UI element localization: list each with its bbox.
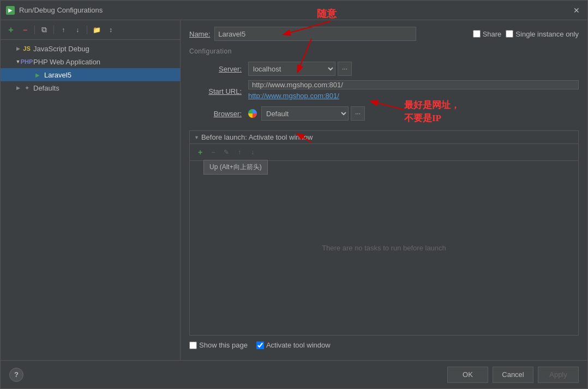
- tree-item-defaults[interactable]: ▶ ✦ Defaults: [1, 81, 180, 94]
- browser-select[interactable]: Default: [261, 106, 349, 121]
- server-ellipsis-button[interactable]: ···: [338, 62, 352, 76]
- before-launch-down-button[interactable]: ↓: [247, 146, 259, 158]
- activate-tool-wrapper: Activate tool window: [256, 341, 331, 349]
- ok-button[interactable]: OK: [447, 367, 488, 383]
- expand-defaults[interactable]: ▶: [14, 83, 22, 92]
- config-grid: Server: localhost ··· Start URL: http://…: [189, 62, 579, 121]
- folder-button[interactable]: 📁: [91, 24, 103, 36]
- server-field-row: localhost ···: [248, 62, 579, 76]
- before-launch-edit-button[interactable]: ✎: [220, 146, 232, 158]
- top-bar-right: Share Single instance only: [473, 30, 579, 38]
- cancel-button[interactable]: Cancel: [493, 367, 533, 383]
- laravel5-icon: ▶: [33, 70, 42, 79]
- activate-tool-label: Activate tool window: [266, 341, 331, 349]
- laravel5-label: Laravel5: [44, 71, 71, 79]
- start-url-label: Start URL:: [189, 87, 244, 95]
- dialog-footer: ? OK Cancel Apply: [1, 360, 587, 388]
- share-checkbox-wrapper: Share: [473, 30, 502, 38]
- start-url-column: http://www.mgshop.com:801/: [248, 80, 579, 102]
- title-bar: ▶ Run/Debug Configurations ✕: [1, 1, 587, 20]
- js-debug-label: JavaScript Debug: [33, 45, 89, 53]
- name-input[interactable]: [214, 27, 416, 41]
- name-label: Name:: [189, 30, 210, 38]
- php-web-label: PHP Web Application: [33, 58, 100, 66]
- browser-label: Browser:: [189, 110, 244, 118]
- main-content: + − ⧉ ↑ ↓ 📁 ↕ ▶ JS JavaScript Debug: [1, 20, 587, 360]
- apply-button[interactable]: Apply: [538, 367, 579, 383]
- copy-config-button[interactable]: ⧉: [38, 24, 50, 36]
- tree-item-js-debug[interactable]: ▶ JS JavaScript Debug: [1, 42, 180, 55]
- move-down-button[interactable]: ↓: [71, 24, 83, 36]
- bottom-checkboxes: Show this page Activate tool window: [189, 336, 579, 354]
- expand-laravel5: [25, 70, 33, 79]
- name-row: Name:: [189, 27, 466, 41]
- browser-ellipsis-button[interactable]: ···: [351, 106, 365, 121]
- before-launch-header: ▼ Before launch: Activate tool window: [190, 131, 578, 144]
- activate-tool-checkbox[interactable]: [256, 342, 264, 349]
- js-debug-icon: JS: [22, 44, 31, 53]
- dialog-title: Run/Debug Configurations: [19, 6, 571, 14]
- before-launch-remove-button[interactable]: −: [207, 146, 219, 158]
- server-select[interactable]: localhost: [248, 62, 335, 76]
- share-checkbox[interactable]: [473, 30, 481, 38]
- before-launch-add-button[interactable]: +: [194, 146, 206, 158]
- toolbar-separator-1: [34, 26, 35, 34]
- help-button[interactable]: ?: [9, 368, 23, 382]
- sidebar: + − ⧉ ↑ ↓ 📁 ↕ ▶ JS JavaScript Debug: [1, 20, 181, 360]
- server-label: Server:: [189, 65, 244, 73]
- dialog-icon: ▶: [6, 6, 15, 15]
- configuration-section-label: Configuration: [189, 47, 579, 55]
- expand-js-debug[interactable]: ▶: [14, 44, 22, 53]
- remove-config-button[interactable]: −: [19, 24, 31, 36]
- single-instance-wrapper: Single instance only: [506, 30, 579, 38]
- defaults-label: Defaults: [33, 84, 59, 92]
- close-button[interactable]: ✕: [571, 5, 582, 16]
- config-tree: ▶ JS JavaScript Debug ▼ PHP PHP Web Appl…: [1, 40, 180, 360]
- browser-field-row: Default ···: [248, 106, 579, 121]
- before-launch-up-button[interactable]: ↑: [233, 146, 245, 158]
- show-page-wrapper: Show this page: [189, 341, 248, 349]
- before-launch-toolbar: + − ✎ ↑ ↓: [190, 144, 578, 161]
- url-suggestion[interactable]: http://www.mgshop.com:801/: [248, 92, 579, 100]
- tree-item-laravel5[interactable]: ▶ Laravel5: [1, 68, 180, 81]
- share-label: Share: [483, 30, 502, 38]
- php-web-icon: PHP: [22, 57, 31, 66]
- move-up-button[interactable]: ↑: [57, 24, 69, 36]
- before-launch-body: There are no tasks to run before launch: [190, 161, 578, 335]
- tree-item-php-web[interactable]: ▼ PHP PHP Web Application: [1, 55, 180, 68]
- toolbar-separator-3: [87, 26, 87, 34]
- show-page-checkbox[interactable]: [189, 342, 197, 349]
- single-instance-checkbox[interactable]: [506, 30, 513, 38]
- tooltip-popup: Up (Alt+向上箭头): [203, 160, 268, 175]
- show-page-label: Show this page: [199, 341, 248, 349]
- before-launch-empty-text: There are no tasks to run before launch: [322, 244, 446, 252]
- right-panel: Name: Share Single instance only Configu…: [181, 20, 587, 360]
- sort-button[interactable]: ↕: [105, 24, 117, 36]
- before-launch-expand[interactable]: ▼: [194, 135, 199, 140]
- add-config-button[interactable]: +: [5, 24, 17, 36]
- sidebar-toolbar: + − ⧉ ↑ ↓ 📁 ↕: [1, 20, 180, 40]
- chrome-icon: [248, 109, 257, 118]
- defaults-icon: ✦: [22, 83, 31, 92]
- tooltip-text: Up (Alt+向上箭头): [209, 163, 262, 171]
- start-url-input[interactable]: [248, 80, 579, 89]
- toolbar-separator-2: [53, 26, 54, 34]
- before-launch-title: Before launch: Activate tool window: [201, 133, 313, 141]
- top-bar: Name: Share Single instance only: [189, 27, 579, 41]
- single-instance-label: Single instance only: [515, 30, 579, 38]
- run-debug-dialog: ▶ Run/Debug Configurations ✕ + − ⧉ ↑ ↓ 📁…: [0, 0, 588, 389]
